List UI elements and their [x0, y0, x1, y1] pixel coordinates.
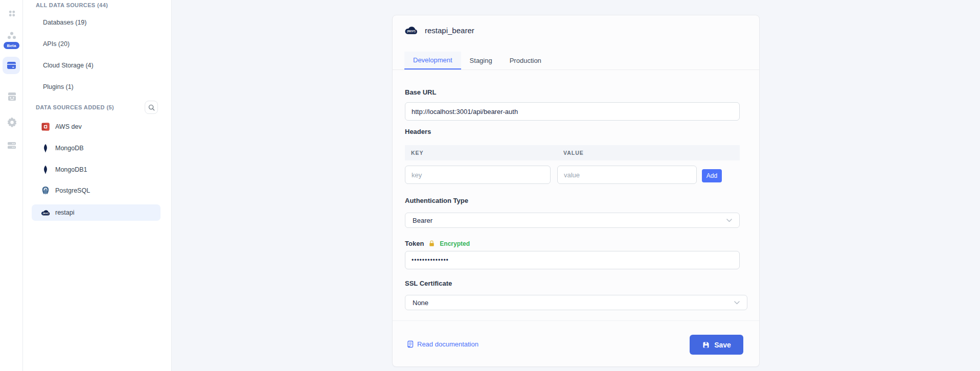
ssl-certificate-value: None [413, 299, 428, 307]
save-button[interactable]: Save [690, 335, 743, 355]
environment-tabs: Development Staging Production [404, 52, 550, 69]
headers-table-head: KEY VALUE [405, 145, 740, 160]
sidebar-item-cloud-storage[interactable]: Cloud Storage (4) [43, 62, 94, 69]
value-column-header: VALUE [557, 150, 584, 156]
authentication-type-value: Bearer [413, 217, 432, 224]
mongodb-icon [41, 165, 50, 174]
rest-api-icon: (REST) [404, 26, 418, 35]
marketplace-icon[interactable] [7, 91, 17, 102]
tabs-divider [393, 69, 759, 70]
tab-staging[interactable]: Staging [461, 52, 501, 69]
card-header: (REST) restapi_bearer [404, 26, 474, 35]
header-value-input[interactable] [557, 166, 697, 184]
search-button[interactable] [145, 101, 158, 114]
postgresql-icon [41, 186, 50, 195]
source-row-restapi[interactable]: (REST) restapi [32, 204, 161, 221]
source-row-aws-dev[interactable]: AWS dev [32, 119, 161, 135]
source-row-mongodb[interactable]: MongoDB [32, 140, 161, 156]
save-button-label: Save [714, 341, 731, 349]
workflows-icon[interactable] [7, 30, 17, 40]
tab-production[interactable]: Production [501, 52, 550, 69]
read-documentation-link[interactable]: Read documentation [406, 340, 478, 348]
add-header-button[interactable]: Add [702, 169, 722, 182]
source-label: AWS dev [55, 123, 82, 130]
base-url-input[interactable] [405, 102, 740, 121]
source-label: MongoDB1 [55, 166, 87, 173]
source-label: PostgreSQL [55, 187, 90, 194]
lock-icon [428, 240, 435, 247]
headers-label: Headers [405, 128, 431, 135]
page-title: restapi_bearer [425, 26, 474, 35]
source-label: restapi [55, 209, 75, 216]
svg-text:(REST): (REST) [42, 213, 48, 215]
read-documentation-label: Read documentation [417, 340, 478, 348]
rest-api-icon: (REST) [41, 208, 50, 217]
settings-icon[interactable] [7, 117, 17, 127]
authentication-type-select[interactable]: Bearer [405, 213, 740, 228]
header-key-input[interactable] [405, 166, 551, 184]
sidebar-item-plugins[interactable]: Plugins (1) [43, 83, 74, 90]
footer-divider [393, 320, 759, 321]
source-row-postgresql[interactable]: PostgreSQL [32, 182, 161, 199]
mongodb-icon [41, 144, 50, 153]
aws-icon [41, 122, 50, 131]
documentation-icon [406, 340, 414, 348]
datasource-config-card: (REST) restapi_bearer Development Stagin… [392, 15, 760, 367]
tab-development[interactable]: Development [404, 52, 461, 69]
data-sources-panel: ALL DATA SOURCES (44) Databases (19) API… [23, 0, 172, 371]
key-column-header: KEY [405, 150, 557, 156]
icon-rail: Beta [0, 0, 23, 371]
audit-logs-icon[interactable] [7, 140, 17, 150]
apps-icon[interactable] [7, 8, 17, 18]
sidebar-item-databases[interactable]: Databases (19) [43, 19, 86, 26]
main-area: (REST) restapi_bearer Development Stagin… [172, 0, 980, 371]
svg-text:(REST): (REST) [407, 30, 416, 33]
beta-badge: Beta [4, 42, 19, 49]
token-label: Token [405, 240, 424, 247]
data-sources-icon[interactable] [3, 57, 20, 74]
save-disk-icon [702, 341, 710, 349]
source-row-mongodb1[interactable]: MongoDB1 [32, 161, 161, 178]
chevron-down-icon [734, 301, 740, 305]
data-sources-added-header: DATA SOURCES ADDED (5) [36, 104, 114, 110]
source-label: MongoDB [55, 145, 84, 152]
base-url-label: Base URL [405, 88, 436, 96]
encrypted-badge: Encrypted [440, 240, 470, 247]
search-icon [148, 104, 155, 111]
ssl-certificate-select[interactable]: None [405, 295, 747, 310]
token-input[interactable] [405, 251, 740, 269]
token-label-row: Token Encrypted [405, 240, 470, 247]
chevron-down-icon [726, 219, 732, 222]
sidebar-item-apis[interactable]: APIs (20) [43, 40, 70, 48]
ssl-certificate-label: SSL Certificate [405, 280, 452, 287]
authentication-type-label: Authentication Type [405, 197, 468, 204]
all-data-sources-header: ALL DATA SOURCES (44) [36, 2, 108, 8]
app-root: Beta ALL DATA SOURCES (44) Databases (19… [0, 0, 980, 371]
